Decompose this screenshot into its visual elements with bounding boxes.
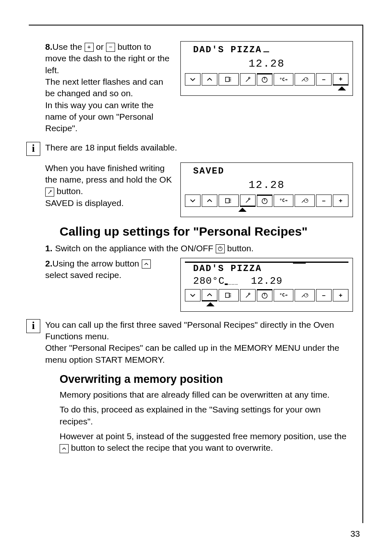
probe-icon[interactable]: [295, 195, 315, 207]
svg-line-8: [306, 79, 307, 79]
highlight-cursor-icon: [238, 208, 247, 212]
plus-icon: +: [85, 43, 94, 52]
step1: 1. Switch on the appliance with the ON/O…: [45, 243, 353, 255]
step8-text-d: The next letter flashes and can be chang…: [45, 76, 172, 100]
onoff-icon[interactable]: [257, 195, 272, 207]
step1-num: 1.: [45, 243, 55, 255]
info2-a: You can call up the first three saved "P…: [45, 319, 353, 343]
up-arrow-icon-inline: [142, 259, 151, 269]
info-block-2: i You can call up the first three saved …: [26, 319, 353, 366]
down-icon[interactable]: [185, 73, 201, 86]
step2-row: 2.Using the arrow button select saved re…: [45, 258, 353, 312]
onoff-icon[interactable]: [257, 289, 272, 301]
up-icon[interactable]: [202, 289, 217, 301]
text-cursor: [263, 51, 269, 52]
down-icon[interactable]: [185, 195, 201, 207]
info1-text: There are 18 input fields available.: [45, 142, 353, 153]
display1-title: DAD'S PIZZA: [185, 45, 348, 55]
up-icon[interactable]: [202, 195, 217, 207]
svg-rect-10: [226, 198, 229, 203]
highlight-cursor-icon: [206, 302, 214, 306]
info2-b: Other "Personal Recipes" can be called u…: [45, 342, 353, 366]
plus-button[interactable]: +: [333, 73, 348, 86]
plus-button[interactable]: +: [333, 195, 348, 207]
overwriting-body: Memory positions that are already filled…: [60, 389, 353, 454]
display-panel-2: SAVED 12.28 °C→ − +: [180, 162, 353, 217]
svg-rect-21: [226, 293, 229, 297]
display1-time: 12.28: [185, 55, 348, 72]
info-icon: i: [26, 319, 40, 333]
svg-rect-0: [226, 77, 229, 82]
info-block-1: i There are 18 input fields available.: [26, 142, 353, 156]
cursor-row: [185, 86, 348, 93]
page-content: 8.Use the + or − button to move the dash…: [45, 41, 353, 457]
page-number: 33: [350, 529, 360, 539]
saved-text: When you have finished writing the name,…: [45, 162, 172, 209]
save-text-b: button.: [54, 186, 83, 196]
over-p1: Memory positions that are already filled…: [60, 389, 353, 401]
highlight-cursor-icon: [338, 86, 346, 90]
saved-row: When you have finished writing the name,…: [45, 162, 353, 217]
display3-title: DAD'S PIZZA: [185, 262, 348, 274]
svg-point-4: [248, 77, 250, 79]
step8-text-a: Use the: [53, 42, 85, 51]
svg-line-18: [306, 200, 307, 201]
cursor-row: [185, 208, 348, 214]
display1-buttons: °C→ − +: [185, 73, 348, 86]
display3-mid: 280°C▂___ 12.29: [185, 274, 348, 288]
svg-point-14: [248, 198, 250, 199]
temp-icon[interactable]: °C→: [274, 195, 294, 207]
step1-txt: Switch on the appliance with the ON/OFF …: [55, 243, 353, 255]
step8-text-e: In this way you can write the name of yo…: [45, 100, 172, 134]
display2-buttons: °C→ − +: [185, 195, 348, 207]
svg-line-29: [306, 294, 307, 295]
heading-calling-up: Calling up settings for "Personal Recipe…: [60, 225, 353, 239]
ok-icon[interactable]: [240, 73, 256, 86]
minus-button[interactable]: −: [316, 73, 332, 86]
minus-button[interactable]: −: [316, 289, 332, 301]
step8-text-b: or: [94, 42, 106, 51]
svg-point-9: [50, 190, 51, 192]
up-icon[interactable]: [202, 73, 217, 86]
up-arrow-icon-inline: [60, 444, 69, 453]
ok-icon[interactable]: [240, 195, 256, 207]
probe-icon[interactable]: [295, 73, 315, 86]
display-panel-3: DAD'S PIZZA 280°C▂___ 12.29 °C→ − +: [180, 258, 353, 312]
minus-button[interactable]: −: [316, 195, 332, 207]
svg-point-25: [248, 293, 250, 294]
step2-num: 2.: [45, 259, 53, 268]
display3-temp: 280°C: [193, 276, 225, 287]
menu-icon[interactable]: [219, 73, 239, 86]
info-icon: i: [26, 142, 40, 156]
info2-text: You can call up the first three saved "P…: [45, 319, 353, 366]
heading-overwriting: Overwriting a memory position: [60, 373, 353, 386]
display-panel-1: DAD'S PIZZA 12.28 °C→ − +: [180, 41, 353, 96]
display2-title: SAVED: [185, 166, 348, 176]
over-p3: However at point 5, instead of the sugge…: [60, 431, 353, 454]
display3-buttons: °C→ − +: [185, 289, 348, 301]
display2-time: 12.28: [185, 176, 348, 194]
probe-icon[interactable]: [295, 289, 315, 301]
onoff-icon-inline: [216, 244, 225, 253]
minus-icon: −: [106, 43, 115, 52]
cursor-row: [185, 302, 348, 309]
step8-text: 8.Use the + or − button to move the dash…: [45, 41, 172, 134]
steps-list: 1. Switch on the appliance with the ON/O…: [45, 243, 353, 255]
display3-time: 12.29: [251, 276, 283, 287]
down-icon[interactable]: [185, 289, 201, 301]
save-text-c: SAVED is displayed.: [45, 197, 172, 209]
temp-icon[interactable]: °C→: [274, 289, 294, 301]
step8-row: 8.Use the + or − button to move the dash…: [45, 41, 353, 134]
menu-icon[interactable]: [219, 195, 239, 207]
over-p2: To do this, proceed as explained in the …: [60, 404, 353, 427]
ok-icon[interactable]: [240, 289, 256, 301]
onoff-icon[interactable]: [257, 73, 272, 86]
menu-icon[interactable]: [219, 289, 239, 301]
step8-num: 8.: [45, 42, 53, 51]
step2-text: 2.Using the arrow button select saved re…: [45, 258, 172, 281]
plus-button[interactable]: +: [333, 289, 348, 301]
save-text-a: When you have finished writing the name,…: [45, 163, 172, 184]
temp-icon[interactable]: °C→: [274, 73, 294, 86]
ok-icon-inline: [45, 188, 54, 197]
